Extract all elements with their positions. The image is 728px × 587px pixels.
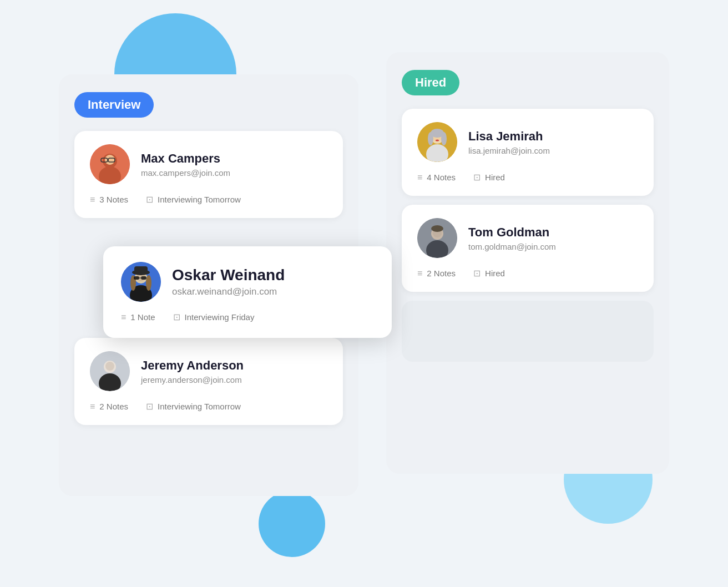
status-jeremy: Interviewing Tomorrow: [158, 402, 241, 411]
status-lisa: Hired: [485, 173, 505, 182]
calendar-icon-lisa: ⊡: [473, 172, 481, 183]
candidate-info-max: Max Campers max.campers@join.com: [141, 151, 327, 178]
candidate-name-oskar: Oskar Weinand: [172, 266, 374, 284]
card-oskar-weinand-floating[interactable]: Oskar Weinand oskar.weinand@join.com ≡ 1…: [103, 246, 392, 338]
avatar-max: [90, 144, 130, 184]
notes-icon-lisa: ≡: [417, 173, 422, 183]
calendar-icon-tom: ⊡: [473, 268, 481, 279]
avatar-tom: [417, 218, 457, 258]
card-footer-tom: ≡ 2 Notes ⊡ Hired: [417, 268, 638, 279]
avatar-lisa: [417, 122, 457, 162]
panel-hired: Hired: [386, 52, 669, 474]
svg-point-3: [105, 155, 115, 165]
svg-point-31: [146, 275, 151, 291]
hired-badge: Hired: [402, 70, 459, 95]
svg-point-18: [436, 140, 439, 141]
calendar-icon-max: ⊡: [146, 194, 153, 205]
candidate-email-max: max.campers@join.com: [141, 168, 327, 178]
candidate-name-lisa: Lisa Jemirah: [468, 129, 638, 144]
meta-notes-lisa: ≡ 4 Notes: [417, 173, 456, 183]
card-footer-jeremy: ≡ 2 Notes ⊡ Interviewing Tomorrow: [90, 401, 327, 412]
candidate-info-lisa: Lisa Jemirah lisa.jemirah@join.com: [468, 129, 638, 155]
card-header-lisa: Lisa Jemirah lisa.jemirah@join.com: [417, 122, 638, 162]
meta-notes-tom: ≡ 2 Notes: [417, 269, 456, 279]
notes-count-tom: 2 Notes: [427, 269, 456, 278]
candidate-info-tom: Tom Goldman tom.goldman@join.com: [468, 225, 638, 251]
meta-status-jeremy: ⊡ Interviewing Tomorrow: [146, 401, 241, 412]
notes-icon-max: ≡: [90, 195, 95, 205]
svg-rect-29: [134, 266, 148, 274]
card-header-jeremy: Jeremy Anderson jeremy.anderson@join.com: [90, 351, 327, 391]
calendar-icon-oskar: ⊡: [173, 312, 180, 322]
notes-count-lisa: 4 Notes: [427, 173, 456, 182]
svg-point-17: [441, 132, 447, 145]
svg-rect-32: [134, 276, 139, 280]
meta-status-oskar: ⊡ Interviewing Friday: [173, 312, 255, 322]
candidate-email-lisa: lisa.jemirah@join.com: [468, 146, 638, 155]
blob-bottom-center: [259, 490, 325, 557]
candidate-name-max: Max Campers: [141, 151, 327, 166]
status-oskar: Interviewing Friday: [185, 312, 255, 322]
candidate-email-jeremy: jeremy.anderson@join.com: [141, 375, 327, 384]
card-jeremy-anderson[interactable]: Jeremy Anderson jeremy.anderson@join.com…: [74, 338, 343, 425]
candidate-name-tom: Tom Goldman: [468, 225, 638, 240]
card-header-oskar: Oskar Weinand oskar.weinand@join.com: [121, 262, 374, 302]
meta-notes-oskar: ≡ 1 Note: [121, 312, 155, 322]
card-header-tom: Tom Goldman tom.goldman@join.com: [417, 218, 638, 258]
calendar-icon-jeremy: ⊡: [146, 401, 153, 412]
meta-status-tom: ⊡ Hired: [473, 268, 505, 279]
svg-point-10: [105, 362, 114, 371]
notes-icon-jeremy: ≡: [90, 402, 95, 412]
meta-notes-max: ≡ 3 Notes: [90, 195, 128, 205]
candidate-email-tom: tom.goldman@join.com: [468, 242, 638, 251]
card-footer-lisa: ≡ 4 Notes ⊡ Hired: [417, 172, 638, 183]
scene: Interview: [59, 30, 669, 557]
candidate-info-jeremy: Jeremy Anderson jeremy.anderson@join.com: [141, 358, 327, 384]
card-footer-oskar: ≡ 1 Note ⊡ Interviewing Friday: [121, 312, 374, 322]
card-empty: [402, 301, 654, 362]
avatar-oskar: [121, 262, 161, 302]
card-tom-goldman[interactable]: Tom Goldman tom.goldman@join.com ≡ 2 Not…: [402, 205, 654, 292]
notes-count-oskar: 1 Note: [130, 312, 155, 322]
svg-point-16: [428, 132, 433, 145]
status-tom: Hired: [485, 269, 505, 278]
notes-count-jeremy: 2 Notes: [99, 402, 128, 411]
card-header-max: Max Campers max.campers@join.com: [90, 144, 327, 184]
notes-icon-oskar: ≡: [121, 312, 126, 322]
svg-point-23: [431, 225, 443, 232]
card-max-campers[interactable]: Max Campers max.campers@join.com ≡ 3 Not…: [74, 131, 343, 218]
candidate-info-oskar: Oskar Weinand oskar.weinand@join.com: [172, 266, 374, 297]
interview-badge: Interview: [74, 92, 154, 118]
meta-notes-jeremy: ≡ 2 Notes: [90, 402, 128, 412]
svg-rect-33: [141, 276, 146, 280]
card-lisa-jemirah[interactable]: Lisa Jemirah lisa.jemirah@join.com ≡ 4 N…: [402, 109, 654, 196]
candidate-name-jeremy: Jeremy Anderson: [141, 358, 327, 373]
avatar-jeremy: [90, 351, 130, 391]
notes-icon-tom: ≡: [417, 269, 422, 279]
meta-status-max: ⊡ Interviewing Tomorrow: [146, 194, 241, 205]
candidate-email-oskar: oskar.weinand@join.com: [172, 286, 374, 297]
status-max: Interviewing Tomorrow: [158, 195, 241, 204]
notes-count-max: 3 Notes: [99, 195, 128, 204]
card-footer-max: ≡ 3 Notes ⊡ Interviewing Tomorrow: [90, 194, 327, 205]
meta-status-lisa: ⊡ Hired: [473, 172, 505, 183]
